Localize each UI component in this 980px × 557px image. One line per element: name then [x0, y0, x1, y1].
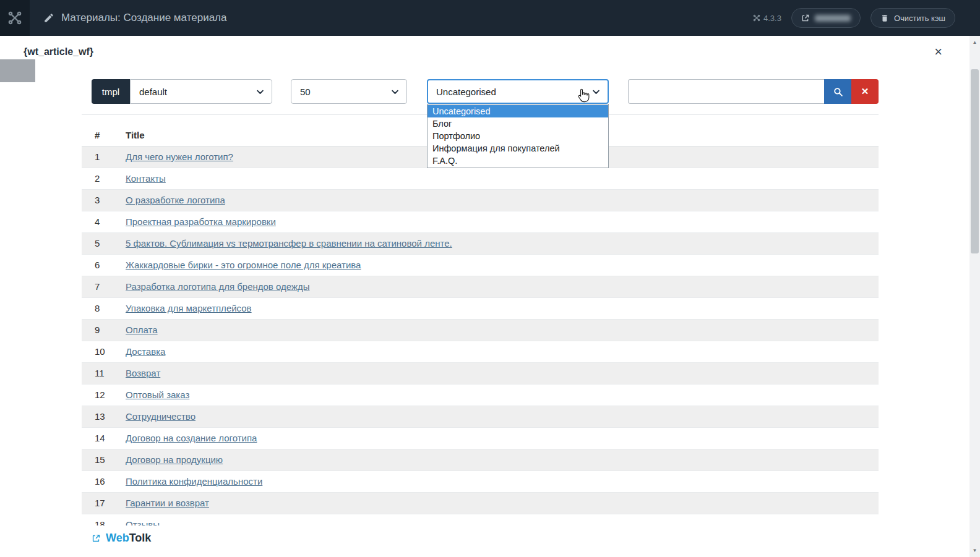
page-title: Материалы: Создание материала [61, 12, 226, 24]
category-option[interactable]: Портфолио [428, 130, 608, 142]
row-title-cell: Гарантии и возврат [126, 492, 879, 514]
category-option[interactable]: Блог [428, 117, 608, 130]
template-select[interactable]: default [130, 79, 272, 104]
table-row: 9Оплата [82, 319, 879, 341]
table-row: 7Разработка логотипа для брендов одежды [82, 276, 879, 297]
row-title-cell: Договор на продукцию [126, 449, 879, 470]
article-title-link[interactable]: Отзывы [126, 519, 160, 525]
brand-web: Web [106, 532, 129, 544]
row-number: 5 [82, 232, 126, 254]
row-title-cell: Разработка логотипа для брендов одежды [126, 276, 879, 297]
row-number: 14 [82, 427, 126, 449]
row-number: 3 [82, 189, 126, 211]
table-row: 15Договор на продукцию [82, 449, 879, 470]
article-select-modal: {wt_article_wf} × tmpl default 50 Uncate… [0, 36, 969, 557]
chevron-down-icon [390, 87, 400, 96]
scrollbar-thumb[interactable] [971, 69, 979, 253]
table-row: 8Упаковка для маркетплейсов [82, 297, 879, 319]
row-title-cell: Оплата [126, 319, 879, 341]
limit-select-value: 50 [300, 87, 311, 97]
article-title-link[interactable]: Жаккардовые бирки - это огромное поле дл… [126, 260, 361, 270]
row-number: 9 [82, 319, 126, 341]
table-row: 17Гарантии и возврат [82, 492, 879, 514]
row-number: 8 [82, 297, 126, 319]
brand-tolk: Tolk [129, 532, 152, 544]
underlying-page-fragment [0, 59, 35, 82]
joomla-version-icon [753, 14, 760, 22]
webtolk-brand: WebTolk [106, 532, 151, 545]
category-option[interactable]: Информация для покупателей [428, 142, 608, 155]
article-title-link[interactable]: Проектная разработка маркировки [126, 216, 276, 227]
article-title-link[interactable]: Оплата [126, 325, 158, 335]
search-icon [833, 87, 843, 97]
article-title-link[interactable]: 5 фактов. Сублимация vs термотрансфер в … [126, 238, 452, 249]
category-select[interactable]: Uncategorised [427, 79, 609, 104]
article-title-link[interactable]: Политика конфиденциальности [126, 476, 262, 487]
article-title-link[interactable]: Сотрудничество [126, 411, 196, 422]
row-title-cell: О разработке логотипа [126, 189, 879, 211]
table-row: 55 фактов. Сублимация vs термотрансфер в… [82, 232, 879, 254]
table-body: 1Для чего нужен логотип?2Контакты3О разр… [82, 146, 879, 525]
clear-cache-label: Очистить кэш [894, 14, 945, 23]
row-number: 7 [82, 276, 126, 297]
article-table: # Title 1Для чего нужен логотип?2Контакт… [82, 125, 879, 525]
row-title-cell: Политика конфиденциальности [126, 470, 879, 492]
table-row: 18Отзывы [82, 514, 879, 525]
row-title-cell: Упаковка для маркетплейсов [126, 297, 879, 319]
row-number: 17 [82, 492, 126, 514]
article-title-link[interactable]: Упаковка для маркетплейсов [126, 303, 252, 313]
row-title-cell: Доставка [126, 341, 879, 362]
row-title-cell: Возврат [126, 362, 879, 384]
version-text: 4.3.3 [763, 14, 781, 23]
search-input[interactable] [628, 79, 824, 104]
article-title-link[interactable]: Возврат [126, 368, 160, 378]
article-title-link[interactable]: Договор на продукцию [126, 454, 223, 465]
article-title-link[interactable]: Для чего нужен логотип? [126, 151, 233, 162]
article-title-link[interactable]: Контакты [126, 173, 166, 184]
tmpl-label: tmpl [92, 79, 130, 104]
row-title-cell: Отзывы [126, 514, 879, 525]
table-row: 4Проектная разработка маркировки [82, 211, 879, 232]
column-header-number: # [82, 125, 126, 146]
article-table-wrap: # Title 1Для чего нужен логотип?2Контакт… [82, 125, 879, 525]
row-number: 2 [82, 168, 126, 189]
article-title-link[interactable]: Оптовый заказ [126, 389, 189, 400]
row-title-cell: Договор на создание логотипа [126, 427, 879, 449]
article-title-link[interactable]: Доставка [126, 346, 165, 357]
chevron-down-icon [591, 87, 601, 96]
row-title-cell: Проектная разработка маркировки [126, 211, 879, 232]
category-select-value: Uncategorised [436, 87, 496, 97]
article-title-link[interactable]: Разработка логотипа для брендов одежды [126, 281, 310, 292]
joomla-version: 4.3.3 [753, 14, 781, 23]
topbar-right: 4.3.3 Очистить кэш [753, 8, 955, 28]
close-icon[interactable]: × [934, 46, 942, 57]
scroll-down-button[interactable]: ▼ [969, 545, 980, 556]
row-number: 11 [82, 362, 126, 384]
table-row: 3О разработке логотипа [82, 189, 879, 211]
admin-topbar: Материалы: Создание материала 4.3.3 Очис… [0, 0, 980, 36]
search-button[interactable] [824, 79, 851, 104]
page-title-wrap: Материалы: Создание материала [43, 12, 226, 24]
article-title-link[interactable]: Гарантии и возврат [126, 498, 209, 508]
article-title-link[interactable]: О разработке логотипа [126, 195, 225, 205]
table-row: 2Контакты [82, 168, 879, 189]
external-link-icon [92, 534, 101, 543]
category-option[interactable]: Uncategorised [428, 105, 608, 117]
external-link-icon [801, 14, 810, 22]
clear-search-button[interactable]: ✕ [851, 79, 879, 104]
clear-cache-button[interactable]: Очистить кэш [870, 8, 955, 28]
row-title-cell: Жаккардовые бирки - это огромное поле дл… [126, 254, 879, 276]
table-row: 10Доставка [82, 341, 879, 362]
table-row: 16Политика конфиденциальности [82, 470, 879, 492]
row-title-cell: Контакты [126, 168, 879, 189]
webtolk-footer[interactable]: WebTolk [92, 532, 969, 545]
limit-select[interactable]: 50 [291, 79, 407, 104]
joomla-logo[interactable] [0, 0, 30, 36]
category-option[interactable]: F.A.Q. [428, 155, 608, 167]
scrollbar-track[interactable]: ▲ ▼ [969, 36, 980, 557]
article-title-link[interactable]: Договор на создание логотипа [126, 433, 257, 443]
row-number: 13 [82, 406, 126, 427]
table-row: 6Жаккардовые бирки - это огромное поле д… [82, 254, 879, 276]
site-preview-button[interactable] [791, 8, 861, 28]
scroll-up-button[interactable]: ▲ [969, 37, 980, 48]
